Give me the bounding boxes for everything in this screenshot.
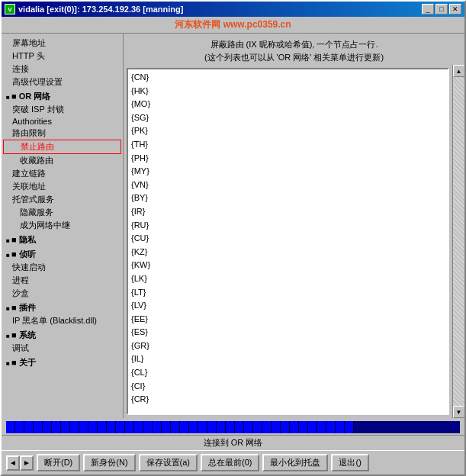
list-item: {RU} — [130, 219, 175, 233]
list-item: {CL} — [130, 366, 175, 380]
list-item: {CN} — [130, 71, 175, 85]
list-area[interactable]: {CN}{HK}{MO}{SG}{PK}{TH}{PH}{MY}{VN}{BY}… — [127, 68, 449, 415]
button-bar: ◄ ► 断开(D)新身份(N)保存设置(a)总在最前(0)最小化到托盘退出() — [2, 450, 464, 474]
scroll-track[interactable] — [453, 77, 464, 406]
progress-segment — [272, 421, 281, 433]
list-item: {KW} — [130, 259, 175, 272]
list-item: {LK} — [130, 272, 175, 286]
progress-segment — [153, 421, 162, 433]
sidebar-item[interactable]: ■ OR 网络 — [3, 90, 121, 103]
sidebar: 屏幕地址HTTP 头连接高级代理设置■ OR 网络突破 ISP 封锁Author… — [2, 34, 124, 418]
sidebar-item[interactable]: 进程 — [3, 274, 121, 287]
sidebar-item[interactable]: 突破 ISP 封锁 — [3, 103, 121, 116]
list-item: {LV} — [130, 299, 175, 313]
exit-button[interactable]: 退出() — [331, 454, 368, 471]
progress-segment — [88, 421, 98, 433]
nav-forward-button[interactable]: ► — [20, 455, 34, 471]
progress-segment — [317, 421, 326, 433]
progress-segment — [217, 421, 226, 433]
list-item: {HK} — [130, 85, 175, 98]
scrollbar[interactable]: ▲ ▼ — [452, 65, 464, 418]
sidebar-item[interactable]: 收藏路由 — [3, 154, 121, 167]
status-bar: 连接到 OR 网络 — [2, 435, 464, 450]
save-settings-button[interactable]: 保存设置(a) — [139, 454, 198, 471]
list-item: {CI} — [130, 380, 175, 394]
list-item: {CU} — [130, 232, 175, 246]
list-area-inner: {CN}{HK}{MO}{SG}{PK}{TH}{PH}{MY}{VN}{BY}… — [130, 71, 446, 407]
sidebar-item[interactable]: ■ 插件 — [3, 301, 121, 314]
progress-segment — [98, 421, 107, 433]
sidebar-item[interactable]: 连接 — [3, 63, 121, 76]
sidebar-item[interactable]: 成为网络中继 — [3, 219, 121, 232]
progress-segment — [235, 421, 244, 433]
progress-segment — [125, 421, 134, 433]
list-item: {ES} — [130, 326, 175, 339]
list-item: {LT} — [130, 286, 175, 300]
sidebar-item[interactable]: 建立链路 — [3, 167, 121, 180]
progress-segment — [43, 421, 52, 433]
list-item: {IR} — [130, 205, 175, 219]
sidebar-item[interactable]: 路由限制 — [3, 127, 121, 140]
progress-segment — [198, 421, 207, 433]
list-item: {MO} — [130, 98, 175, 111]
sidebar-item[interactable]: 高级代理设置 — [3, 76, 121, 88]
progress-segment — [290, 421, 299, 433]
title-bar: V vidalia [exit(0)]: 173.254.192.36 [man… — [2, 2, 464, 17]
sidebar-item[interactable]: 调试 — [3, 342, 121, 355]
always-on-top-button[interactable]: 总在最前(0) — [201, 454, 259, 471]
progress-segment — [70, 421, 79, 433]
progress-segment — [326, 421, 336, 433]
progress-segment — [162, 421, 171, 433]
sidebar-item[interactable]: 快速启动 — [3, 261, 121, 274]
sidebar-item[interactable]: 隐藏服务 — [3, 206, 121, 219]
main-header: 屏蔽路由 (IX 昵称或哈希值), 一个节点占一行. (这个列表也可以从 'OR… — [124, 34, 464, 65]
close-button[interactable]: ✕ — [449, 4, 461, 14]
sidebar-item[interactable]: ■ 系统 — [3, 329, 121, 342]
list-item: {TH} — [130, 138, 175, 152]
progress-segment — [143, 421, 153, 433]
nav-back-button[interactable]: ◄ — [6, 455, 20, 471]
sidebar-item[interactable]: IP 黑名单 (Blacklist.dll) — [3, 314, 121, 327]
header-line2: (这个列表也可以从 'OR 网络' 相关菜单进行更新) — [127, 51, 461, 64]
progress-segment — [79, 421, 88, 433]
minimize-button[interactable]: _ — [422, 4, 434, 14]
list-item: {EE} — [130, 313, 175, 326]
list-item: {MY} — [130, 165, 175, 178]
sidebar-item[interactable]: 沙盒 — [3, 287, 121, 300]
list-column: {CN}{HK}{MO}{SG}{PK}{TH}{PH}{MY}{VN}{BY}… — [130, 71, 175, 407]
app-icon: V — [5, 4, 15, 14]
button-bar-buttons: 断开(D)新身份(N)保存设置(a)总在最前(0)最小化到托盘退出() — [37, 454, 369, 471]
sidebar-item[interactable]: 禁止路由 — [3, 140, 121, 154]
sidebar-item[interactable]: 关联地址 — [3, 180, 121, 193]
scroll-up-button[interactable]: ▲ — [453, 65, 465, 77]
progress-segment — [34, 421, 43, 433]
progress-segment — [299, 421, 308, 433]
list-item: {IL} — [130, 352, 175, 366]
sidebar-item[interactable]: ■ 侦听 — [3, 248, 121, 261]
maximize-button[interactable]: □ — [435, 4, 448, 14]
progress-segment — [107, 421, 116, 433]
sidebar-item[interactable]: Authorities — [3, 116, 121, 127]
list-item: {SG} — [130, 111, 175, 125]
sidebar-item[interactable]: 托管式服务 — [3, 193, 121, 206]
scroll-down-button[interactable]: ▼ — [453, 406, 465, 418]
progress-segment — [281, 421, 290, 433]
sidebar-item[interactable]: ■ 关于 — [3, 356, 121, 369]
sidebar-item[interactable]: ■ 隐私 — [3, 233, 121, 246]
disconnect-button[interactable]: 断开(D) — [37, 454, 80, 471]
main-panel: 屏蔽路由 (IX 昵称或哈希值), 一个节点占一行. (这个列表也可以从 'OR… — [124, 34, 464, 418]
progress-segment — [134, 421, 143, 433]
progress-segment — [116, 421, 125, 433]
title-bar-left: V vidalia [exit(0)]: 173.254.192.36 [man… — [5, 4, 183, 14]
sidebar-item[interactable]: 屏幕地址 — [3, 37, 121, 50]
sidebar-item[interactable]: HTTP 头 — [3, 50, 121, 63]
watermark: 河东软件网 www.pc0359.cn — [2, 17, 464, 34]
content-area: 屏幕地址HTTP 头连接高级代理设置■ OR 网络突破 ISP 封锁Author… — [2, 34, 464, 418]
progress-segment — [207, 421, 217, 433]
new-identity-button[interactable]: 新身份(N) — [83, 454, 135, 471]
list-item: {VN} — [130, 178, 175, 192]
minimize-to-tray-button[interactable]: 最小化到托盘 — [262, 454, 328, 471]
progress-segment — [253, 421, 262, 433]
list-item: {BY} — [130, 191, 175, 205]
header-line1: 屏蔽路由 (IX 昵称或哈希值), 一个节点占一行. — [127, 38, 461, 51]
